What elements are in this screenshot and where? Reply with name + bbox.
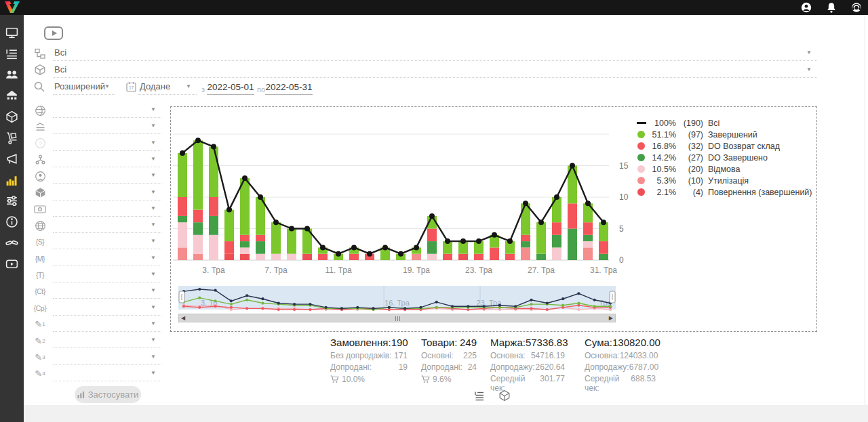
bar-segment-vidmova[interactable] (552, 247, 561, 260)
bar-segment-utilizatsiya[interactable] (193, 254, 203, 260)
notifications-bell-icon[interactable] (825, 1, 837, 14)
bar-segment-do_vozvrat[interactable] (318, 254, 328, 260)
bar-segment-do_vozvrat[interactable] (224, 241, 234, 254)
bar-segment-povernennya[interactable] (240, 254, 250, 260)
date-from-input[interactable]: 2022-05-01 (207, 81, 254, 95)
bar-segment-vidmova[interactable] (427, 254, 437, 260)
total-line-point[interactable] (414, 245, 419, 250)
total-line-point[interactable] (289, 226, 294, 232)
date-type-select[interactable]: Додане ▼ (138, 80, 197, 95)
filter-param-select-package[interactable]: ▼ (53, 186, 161, 201)
bar-segment-do_zaversheno[interactable] (568, 229, 577, 261)
sidebar-item-analytics[interactable] (5, 173, 19, 187)
navigator-handle-right[interactable] (610, 291, 615, 303)
product-filter-select[interactable]: Всі ▼ (53, 63, 817, 78)
bar-segment-zavershenyi[interactable] (193, 140, 203, 209)
scroll-right-icon[interactable]: ▶ (609, 314, 613, 322)
bar-segment-utilizatsiya[interactable] (178, 247, 187, 260)
total-line-point[interactable] (507, 238, 513, 244)
apply-button[interactable]: Застосувати (75, 386, 141, 403)
bar-segment-do_zaversheno[interactable] (536, 254, 546, 260)
bar-segment-zavershenyi[interactable] (287, 229, 296, 254)
total-line-point[interactable] (445, 238, 450, 244)
filter-param-select-pencil-4[interactable]: ▼ (53, 366, 161, 381)
bar-segment-do_vozvrat[interactable] (583, 222, 593, 235)
bar-segment-do_vozvrat[interactable] (209, 197, 218, 216)
bar-segment-zavershenyi[interactable] (271, 222, 281, 254)
total-line-point[interactable] (398, 251, 403, 257)
bar-segment-vidmova[interactable] (256, 254, 265, 260)
bar-segment-vidmova[interactable] (271, 254, 281, 260)
bar-segment-vidmova[interactable] (583, 241, 593, 247)
bar-segment-zavershenyi[interactable] (178, 153, 187, 197)
filter-param-select-pencil-2[interactable]: ▼ (53, 333, 161, 348)
category-filter-select[interactable]: Всі ▼ (53, 46, 817, 61)
bar-segment-do_vozvrat[interactable] (256, 235, 265, 241)
bar-segment-vidmova[interactable] (178, 222, 187, 247)
total-line-point[interactable] (570, 163, 575, 169)
bar-segment-zavershenyi[interactable] (209, 147, 218, 197)
bar-segment-do_vozvrat[interactable] (427, 229, 437, 242)
bar-segment-do_vozvrat[interactable] (490, 247, 499, 260)
bar-segment-vidmova[interactable] (240, 247, 250, 253)
total-line-point[interactable] (538, 219, 544, 225)
search-mode-select[interactable]: Розширений ▼ (53, 80, 115, 95)
total-line-point[interactable] (195, 138, 201, 143)
total-line-point[interactable] (180, 150, 185, 156)
filter-param-select-payment[interactable]: ▼ (53, 202, 161, 217)
filter-param-select-pencil-1[interactable]: ▼ (53, 317, 161, 332)
bar-segment-do_vozvrat[interactable] (240, 235, 250, 241)
total-line-point[interactable] (429, 213, 435, 219)
bar-segment-do_zaversheno[interactable] (521, 241, 530, 247)
total-line-point[interactable] (226, 207, 232, 213)
bar-segment-do_vozvrat[interactable] (474, 254, 484, 260)
bar-segment-do_zaversheno[interactable] (583, 235, 593, 241)
legend-item-zavershenyi[interactable]: 51.1%(97)Завершений (637, 129, 812, 140)
total-line-point[interactable] (476, 238, 481, 244)
bar-segment-do_zaversheno[interactable] (240, 241, 250, 247)
legend-item-utilizatsiya[interactable]: 5.3%(10)Утилізація (637, 175, 812, 186)
navigator-handle-left[interactable] (179, 291, 184, 303)
bar-segment-zavershenyi[interactable] (224, 210, 234, 242)
filter-param-select-delivery[interactable]: ▼ (53, 119, 161, 134)
filter-param-select-help[interactable]: ▼ (53, 136, 161, 151)
total-line-point[interactable] (320, 245, 326, 250)
legend-item-do-vozvrat[interactable]: 16.8%(32)DO Возврат склад (637, 140, 812, 152)
total-line-point[interactable] (492, 232, 497, 238)
sidebar-item-tutorials[interactable] (5, 257, 19, 271)
scroll-left-icon[interactable]: ◀ (181, 314, 185, 322)
total-line-point[interactable] (336, 251, 341, 257)
bar-segment-do_zaversheno[interactable] (193, 222, 203, 235)
user-account-icon[interactable] (800, 1, 812, 14)
sidebar-item-about[interactable] (5, 215, 19, 229)
legend-item-vsi[interactable]: 100%(190)Всі (637, 117, 812, 129)
filter-param-select-globe[interactable]: ▼ (53, 103, 161, 118)
bar-segment-utilizatsiya[interactable] (583, 247, 593, 260)
filter-param-select-cp-param[interactable]: ▼ (53, 301, 161, 316)
video-tutorial-button[interactable] (44, 26, 63, 40)
sidebar-item-dashboard[interactable] (5, 26, 19, 40)
bar-segment-do_vozvrat[interactable] (443, 254, 452, 260)
total-line-point[interactable] (460, 238, 466, 244)
bar-segment-do_vozvrat[interactable] (552, 222, 561, 235)
bar-segment-do_vozvrat[interactable] (521, 235, 530, 241)
orders-stacked-chart[interactable]: 0510153. Тра7. Тра11. Тра19. Тра23. Тра2… (172, 110, 646, 280)
total-line-point[interactable] (211, 144, 216, 150)
filter-param-select-t-param[interactable]: ▼ (53, 268, 161, 282)
sidebar-item-marketing[interactable] (5, 152, 19, 166)
bar-segment-do_vozvrat[interactable] (599, 241, 608, 254)
sidebar-item-procurement[interactable] (5, 131, 19, 145)
bar-segment-do_vozvrat[interactable] (568, 203, 577, 228)
chart-navigator[interactable]: 3. Тр16. Тра23. ТраТра (178, 285, 616, 314)
sidebar-item-orders[interactable] (5, 47, 19, 61)
filter-param-select-pencil-3[interactable]: ▼ (53, 350, 161, 365)
bar-segment-utilizatsiya[interactable] (521, 247, 530, 260)
bar-segment-utilizatsiya[interactable] (412, 254, 421, 260)
filter-param-select-manager[interactable]: ▼ (53, 169, 161, 184)
sidebar-item-store[interactable] (5, 89, 19, 103)
total-line-point[interactable] (367, 251, 372, 257)
total-line-point[interactable] (351, 245, 357, 250)
total-line-point[interactable] (242, 175, 248, 181)
legend-item-povernennya[interactable]: 2.1%(4)Повернення (завершений) (637, 186, 812, 198)
legend-item-do-zaversheno[interactable]: 14.2%(27)DO Завершено (637, 152, 812, 163)
